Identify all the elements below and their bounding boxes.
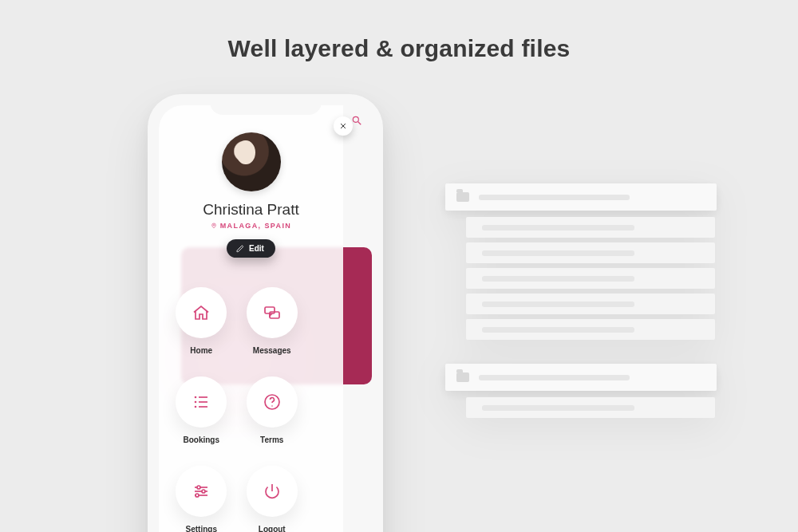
menu-label: Messages xyxy=(253,346,291,355)
menu-terms[interactable]: Terms xyxy=(244,376,301,459)
svg-point-0 xyxy=(353,116,358,122)
folder-icon xyxy=(456,372,469,382)
menu-bookings[interactable]: Bookings xyxy=(173,376,230,459)
placeholder-line xyxy=(482,225,634,231)
layers-panel xyxy=(445,183,717,418)
logout-icon xyxy=(263,482,282,501)
menu-label: Logout xyxy=(259,525,286,532)
phone-frame: Christina Pratt MALAGA, SPAIN Edit Home xyxy=(148,94,383,532)
layer-row[interactable] xyxy=(466,294,715,314)
svg-point-4 xyxy=(213,225,215,227)
menu-settings[interactable]: Settings xyxy=(173,466,230,532)
layer-row[interactable] xyxy=(466,217,715,238)
avatar[interactable] xyxy=(222,132,281,191)
settings-icon xyxy=(192,482,211,501)
layer-row[interactable] xyxy=(466,242,715,263)
layer-row[interactable] xyxy=(466,268,715,289)
folder-row[interactable] xyxy=(445,364,717,391)
placeholder-line xyxy=(482,301,634,307)
menu-logout[interactable]: Logout xyxy=(244,466,301,532)
placeholder-line xyxy=(479,195,630,200)
user-location: MALAGA, SPAIN xyxy=(211,222,292,230)
terms-icon xyxy=(263,392,282,412)
svg-line-1 xyxy=(358,122,361,125)
side-drawer: Christina Pratt MALAGA, SPAIN Edit Home xyxy=(159,105,343,532)
placeholder-line xyxy=(482,250,634,256)
placeholder-line xyxy=(482,405,634,411)
user-location-text: MALAGA, SPAIN xyxy=(220,222,292,230)
phone-notch xyxy=(210,94,322,115)
menu-label: Terms xyxy=(260,435,283,444)
bookings-icon xyxy=(192,392,211,412)
folder-icon xyxy=(456,192,469,202)
menu-label: Bookings xyxy=(183,435,219,444)
pin-icon xyxy=(211,222,217,230)
menu-grid: Home Messages Bookings Terms Settings xyxy=(173,287,300,532)
svg-point-18 xyxy=(202,490,205,493)
user-name: Christina Pratt xyxy=(203,201,298,219)
phone-screen: Christina Pratt MALAGA, SPAIN Edit Home xyxy=(159,105,372,532)
folder-row[interactable] xyxy=(445,183,717,211)
svg-point-14 xyxy=(271,405,273,407)
messages-icon xyxy=(263,303,282,322)
placeholder-line xyxy=(482,276,634,282)
menu-label: Settings xyxy=(186,525,217,532)
menu-messages[interactable]: Messages xyxy=(244,287,301,370)
page-headline: Well layered & organized files xyxy=(0,35,798,62)
placeholder-line xyxy=(479,375,630,380)
svg-point-8 xyxy=(195,401,197,404)
menu-home[interactable]: Home xyxy=(173,287,230,370)
layer-row[interactable] xyxy=(466,397,715,418)
search-icon[interactable] xyxy=(351,115,362,129)
profile-block: Christina Pratt MALAGA, SPAIN Edit xyxy=(159,132,343,258)
pencil-icon xyxy=(236,245,244,253)
menu-label: Home xyxy=(190,346,212,355)
svg-point-16 xyxy=(197,486,200,489)
edit-button-label: Edit xyxy=(249,244,264,253)
layer-row[interactable] xyxy=(466,319,715,340)
edit-button[interactable]: Edit xyxy=(227,239,275,258)
svg-point-9 xyxy=(195,406,197,408)
home-icon xyxy=(192,303,211,322)
svg-point-7 xyxy=(195,396,197,399)
placeholder-line xyxy=(482,327,634,333)
svg-point-20 xyxy=(196,494,199,497)
